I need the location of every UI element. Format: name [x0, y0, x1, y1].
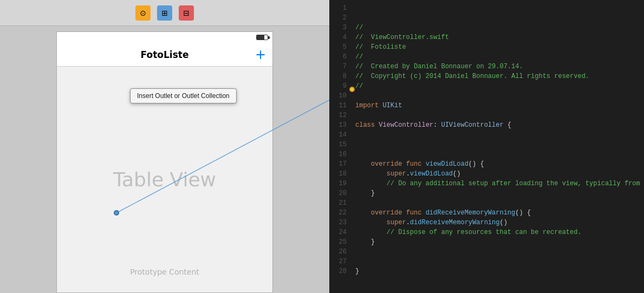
code-line: //	[355, 81, 644, 91]
code-line	[355, 247, 644, 257]
device-frame: FotoListe + Table View Prototype Content	[56, 31, 273, 293]
navigation-bar: FotoListe +	[57, 43, 272, 67]
line-number: 13	[329, 120, 347, 130]
status-bar	[57, 32, 272, 43]
line-number: 19	[329, 179, 347, 188]
toolbar: ⊙ ⊞ ⊟	[0, 0, 329, 26]
tableview-label: Table View	[113, 168, 216, 191]
nav-plus-button[interactable]: +	[255, 47, 266, 62]
line-number: 7	[329, 62, 347, 71]
code-line: super.viewDidLoad()	[355, 169, 644, 179]
line-number: 11	[329, 101, 347, 110]
line-number: 10	[329, 91, 347, 101]
code-line: // Fotoliste	[355, 42, 644, 52]
nav-title: FotoListe	[141, 49, 189, 60]
battery-icon	[256, 35, 268, 40]
line-number: 24	[329, 227, 347, 237]
code-line: //	[355, 52, 644, 62]
line-number: 25	[329, 237, 347, 247]
toolbar-icon-3[interactable]: ⊟	[179, 5, 194, 21]
outlet-tooltip: Insert Outlet or Outlet Collection	[130, 88, 237, 103]
code-line	[355, 130, 644, 140]
code-line: import UIKit	[355, 101, 644, 110]
line-number: 14	[329, 130, 347, 140]
line-numbers: 1234567891011121314151617181920212223242…	[329, 0, 351, 293]
code-editor[interactable]: 1234567891011121314151617181920212223242…	[329, 0, 644, 293]
code-line	[355, 257, 644, 266]
line-number: 12	[329, 110, 347, 120]
line-number: 1	[329, 3, 347, 13]
code-line: }	[355, 188, 644, 198]
code-line: // Do any additional setup after loading…	[355, 179, 644, 188]
interface-builder-panel: ⊙ ⊞ ⊟ FotoListe + Table View Prototype C…	[0, 0, 329, 293]
line-number: 21	[329, 198, 347, 208]
connection-dot-code	[349, 87, 355, 92]
line-number: 18	[329, 169, 347, 179]
code-line	[355, 198, 644, 208]
line-number: 16	[329, 149, 347, 159]
line-number: 22	[329, 208, 347, 218]
line-number: 28	[329, 266, 347, 276]
code-line	[355, 91, 644, 101]
code-line: super.didReceiveMemoryWarning()	[355, 218, 644, 227]
line-number: 17	[329, 159, 347, 169]
code-line: override func viewDidLoad() {	[355, 159, 644, 169]
line-number: 9	[329, 81, 347, 91]
line-number: 2	[329, 13, 347, 23]
code-line: }	[355, 237, 644, 247]
code-content[interactable]: //// ViewController.swift// Fotoliste///…	[351, 0, 644, 293]
code-line	[355, 140, 644, 149]
outlet-tooltip-text: Insert Outlet or Outlet Collection	[137, 92, 230, 100]
code-editor-panel: 1234567891011121314151617181920212223242…	[329, 0, 644, 293]
toolbar-icon-2[interactable]: ⊞	[157, 5, 172, 21]
line-number: 27	[329, 257, 347, 266]
line-number: 15	[329, 140, 347, 149]
code-line	[355, 149, 644, 159]
line-number: 23	[329, 218, 347, 227]
code-line: }	[355, 266, 644, 276]
line-number: 8	[329, 71, 347, 81]
code-line: // Created by Daniel Bonnauer on 29.07.1…	[355, 62, 644, 71]
line-number: 6	[329, 52, 347, 62]
code-line: // ViewController.swift	[355, 32, 644, 42]
code-line: // Dispose of any resources that can be …	[355, 227, 644, 237]
line-number: 5	[329, 42, 347, 52]
code-line	[355, 110, 644, 120]
code-line: override func didReceiveMemoryWarning() …	[355, 208, 644, 218]
line-number: 26	[329, 247, 347, 257]
line-number: 4	[329, 32, 347, 42]
connection-dot-view	[114, 210, 119, 216]
code-line	[355, 286, 644, 293]
line-number: 20	[329, 188, 347, 198]
code-line	[355, 276, 644, 286]
toolbar-icon-1[interactable]: ⊙	[135, 5, 151, 21]
code-line: class ViewController: UIViewController {	[355, 120, 644, 130]
line-number: 3	[329, 23, 347, 32]
code-line: //	[355, 23, 644, 32]
code-line: // Copyright (c) 2014 Daniel Bonnauer. A…	[355, 71, 644, 81]
prototype-label: Prototype Content	[130, 268, 199, 276]
